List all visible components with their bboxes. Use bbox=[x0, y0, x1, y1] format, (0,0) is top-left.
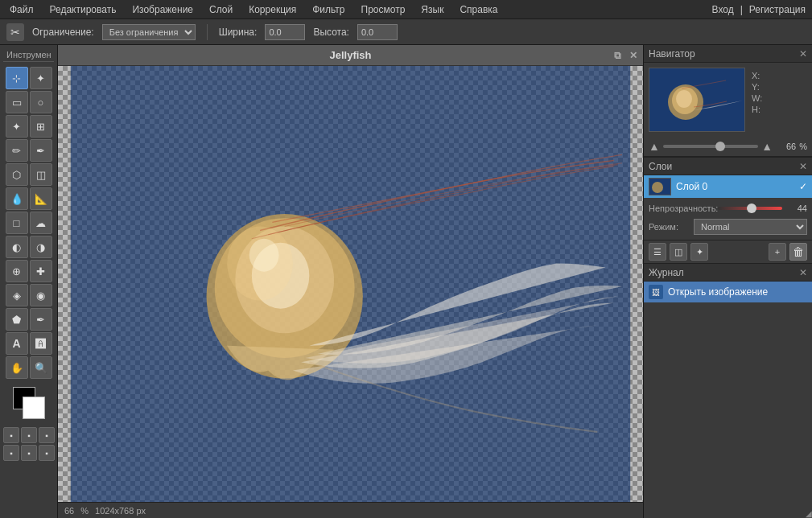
navigator-title: Навигатор bbox=[649, 48, 695, 60]
menu-bar: Файл Редактировать Изображение Слой Корр… bbox=[0, 0, 812, 19]
zoom-tool[interactable]: 🔍 bbox=[30, 356, 52, 379]
hand-tool[interactable]: ✋ bbox=[6, 356, 28, 379]
heal-tool[interactable]: ✚ bbox=[30, 260, 52, 282]
eraser-tool[interactable]: □ bbox=[6, 212, 28, 234]
register-link[interactable]: Регистрация bbox=[749, 4, 806, 15]
navigator-close[interactable]: ✕ bbox=[799, 48, 807, 60]
nav-thumb-bg bbox=[649, 68, 744, 131]
dodge-tool[interactable]: ◐ bbox=[6, 236, 28, 258]
menu-layer[interactable]: Слой bbox=[206, 2, 236, 17]
layers-close[interactable]: ✕ bbox=[799, 161, 807, 172]
navigator-thumbnail[interactable] bbox=[649, 68, 745, 132]
paint-bucket-tool[interactable]: ⬡ bbox=[6, 163, 28, 186]
layer-item-0[interactable]: Слой 0 ✓ bbox=[644, 175, 812, 198]
history-item-icon: 🖼 bbox=[649, 285, 663, 299]
nav-coords: X: Y: W: H: bbox=[752, 68, 765, 132]
brush-tool[interactable]: ✏ bbox=[6, 139, 28, 162]
menu-language[interactable]: Язык bbox=[418, 2, 447, 17]
wand-tool[interactable]: ✦ bbox=[6, 115, 28, 138]
menu-file[interactable]: Файл bbox=[6, 2, 37, 17]
background-color[interactable] bbox=[23, 397, 45, 419]
clone-stamp-tool[interactable]: ⊕ bbox=[6, 260, 28, 282]
burn-tool[interactable]: ◑ bbox=[30, 236, 52, 258]
path-tool[interactable]: ⬟ bbox=[6, 308, 28, 331]
login-link[interactable]: Вход bbox=[712, 4, 734, 15]
menu-help[interactable]: Справка bbox=[456, 2, 501, 17]
menu-image[interactable]: Изображение bbox=[129, 2, 196, 17]
add-mask-button[interactable]: ◫ bbox=[670, 243, 687, 261]
grid-btn-5[interactable]: ▪ bbox=[21, 445, 37, 461]
width-input[interactable] bbox=[265, 24, 305, 40]
move-tool[interactable]: ⊹ bbox=[6, 67, 28, 89]
add-layer-button[interactable]: + bbox=[769, 243, 786, 261]
menu-filter[interactable]: Фильтр bbox=[309, 2, 348, 17]
grid-btn-2[interactable]: ▪ bbox=[21, 427, 37, 443]
measure-tool[interactable]: 📐 bbox=[30, 187, 52, 210]
layer-0-thumbnail bbox=[649, 178, 671, 195]
gradient-tool[interactable]: ◫ bbox=[30, 163, 52, 186]
crop-tool-icon[interactable]: ✂ bbox=[6, 23, 24, 41]
opacity-value: 44 bbox=[787, 204, 807, 213]
menu-auth: Вход | Регистрация bbox=[712, 4, 806, 15]
main-area: Инструмен ⊹ ✦ ▭ ○ ✦ ⊞ ✏ ✒ ⬡ ◫ 💧 📐 □ ☁ bbox=[0, 45, 812, 518]
constraint-select[interactable]: Без ограничения bbox=[102, 24, 196, 40]
crop-tool[interactable]: ⊞ bbox=[30, 115, 52, 138]
delete-layer-button[interactable]: 🗑 bbox=[789, 243, 807, 261]
blend-mode-select[interactable]: Normal bbox=[694, 219, 807, 235]
maximize-button[interactable]: ⧉ bbox=[611, 49, 624, 62]
grid-btn-4[interactable]: ▪ bbox=[3, 445, 19, 461]
nav-y-label: Y: bbox=[752, 82, 760, 92]
new-layer-set-button[interactable]: ☰ bbox=[649, 243, 666, 261]
history-item-open[interactable]: 🖼 Открыть изображение bbox=[644, 282, 812, 302]
grid-btn-6[interactable]: ▪ bbox=[39, 445, 55, 461]
zoom-in-button[interactable]: ▲ bbox=[761, 140, 773, 153]
add-node-tool[interactable]: ✦ bbox=[30, 67, 52, 89]
text2-tool[interactable]: 🅰 bbox=[30, 332, 52, 355]
navigator-header: Навигатор ✕ bbox=[644, 45, 812, 63]
rect-select-tool[interactable]: ▭ bbox=[6, 91, 28, 113]
zoom-slider-thumb bbox=[715, 142, 725, 151]
tool-row-3: ✦ ⊞ bbox=[3, 115, 54, 138]
grid-btn-3[interactable]: ▪ bbox=[39, 427, 55, 443]
canvas-statusbar: 66 % 1024x768 px bbox=[58, 502, 643, 518]
grid-btn-1[interactable]: ▪ bbox=[3, 427, 19, 443]
opacity-slider[interactable] bbox=[718, 203, 782, 214]
zoom-unit: % bbox=[80, 506, 89, 516]
constraint-label: Ограничение: bbox=[32, 27, 94, 38]
canvas-titlebar: Jellyfish ⧉ ✕ bbox=[58, 45, 643, 66]
blur-tool[interactable]: ◉ bbox=[30, 284, 52, 306]
zoom-display-value: 66 bbox=[776, 142, 796, 151]
menu-correction[interactable]: Коррекция bbox=[245, 2, 299, 17]
pencil-tool[interactable]: ✒ bbox=[30, 139, 52, 162]
toolbox-title: Инструмен bbox=[3, 48, 54, 62]
history-header: Журнал ✕ bbox=[644, 264, 812, 282]
opacity-slider-thumb bbox=[747, 204, 756, 213]
text-tool[interactable]: A bbox=[6, 332, 28, 355]
navigator-content: X: Y: W: H: bbox=[644, 63, 812, 137]
canvas-container: Jellyfish ⧉ ✕ bbox=[58, 45, 643, 518]
smudge-tool[interactable]: ☁ bbox=[30, 212, 52, 234]
history-item-text: Открыть изображение bbox=[668, 286, 768, 298]
menu-edit[interactable]: Редактировать bbox=[47, 2, 120, 17]
canvas-wrapper[interactable] bbox=[58, 66, 643, 502]
lasso-tool[interactable]: ○ bbox=[30, 91, 52, 113]
canvas-dimensions: 1024x768 px bbox=[95, 506, 146, 516]
height-input[interactable] bbox=[357, 24, 398, 40]
add-effect-button[interactable]: ✦ bbox=[690, 243, 708, 261]
svg-point-12 bbox=[652, 182, 663, 193]
menu-view[interactable]: Просмотр bbox=[358, 2, 409, 17]
close-canvas-button[interactable]: ✕ bbox=[627, 49, 640, 62]
zoom-slider[interactable] bbox=[663, 145, 759, 148]
eyedropper-tool[interactable]: 💧 bbox=[6, 187, 28, 210]
history-close[interactable]: ✕ bbox=[799, 267, 807, 278]
pen-tool[interactable]: ✒ bbox=[30, 308, 52, 331]
color-area bbox=[3, 387, 54, 419]
resize-handle[interactable]: ◢ bbox=[802, 508, 812, 518]
zoom-out-button[interactable]: ▲ bbox=[649, 140, 660, 153]
tool-row-6: 💧 📐 bbox=[3, 187, 54, 210]
opacity-row: Непрозрачность: 44 bbox=[649, 203, 807, 214]
opacity-label: Непрозрачность: bbox=[649, 204, 713, 213]
mode-row: Режим: Normal bbox=[649, 219, 807, 235]
sharpen-tool[interactable]: ◈ bbox=[6, 284, 28, 306]
layer-0-visibility[interactable]: ✓ bbox=[799, 181, 807, 192]
